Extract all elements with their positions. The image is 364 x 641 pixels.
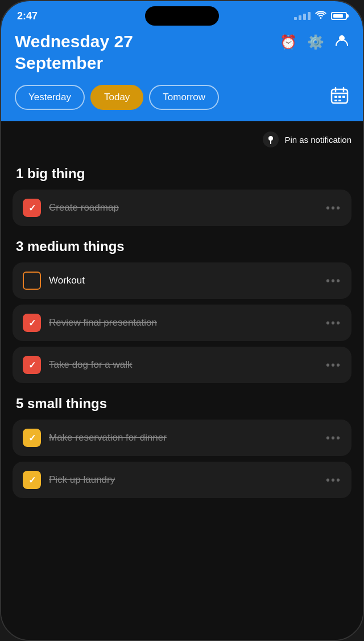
svg-rect-8	[334, 100, 337, 101]
wifi-icon	[315, 11, 326, 21]
checkbox-checked-red[interactable]: ✓	[23, 356, 41, 374]
task-label: Make reservation for dinner	[49, 432, 318, 443]
more-button[interactable]: •••	[326, 359, 341, 372]
more-button[interactable]: •••	[326, 202, 341, 215]
checkbox-checked-yellow[interactable]: ✓	[23, 429, 41, 447]
task-label: Review final presentation	[49, 317, 318, 328]
status-icons	[294, 11, 347, 21]
signal-icon	[294, 12, 311, 20]
status-bar: 2:47	[1, 1, 363, 31]
task-label: Pick up laundry	[49, 474, 318, 486]
svg-rect-6	[338, 96, 341, 98]
checkmark-icon: ✓	[28, 318, 36, 328]
task-label: Create roadmap	[49, 202, 318, 213]
section-header-medium: 3 medium things	[16, 239, 351, 254]
svg-point-10	[268, 136, 273, 141]
section-small: 5 small things ✓ Make reservation for di…	[13, 396, 351, 498]
header-actions: ⏰ ⚙️	[280, 33, 349, 51]
checkbox-unchecked[interactable]	[23, 272, 41, 290]
nav-tabs: Yesterday Today Tomorrow	[15, 85, 219, 110]
task-item[interactable]: ✓ Pick up laundry •••	[13, 462, 351, 498]
checkmark-icon: ✓	[28, 475, 36, 486]
pin-text: Pin as notification	[284, 135, 351, 145]
task-label: Take dog for a walk	[49, 359, 318, 371]
battery-icon	[331, 12, 347, 20]
checkmark-icon: ✓	[28, 203, 36, 213]
task-item[interactable]: ✓ Take dog for a walk •••	[13, 347, 351, 383]
task-label: Workout	[49, 275, 318, 286]
svg-rect-5	[334, 96, 337, 98]
settings-icon[interactable]: ⚙️	[307, 34, 324, 50]
status-time: 2:47	[17, 10, 38, 22]
tab-yesterday[interactable]: Yesterday	[15, 85, 85, 110]
checkmark-icon: ✓	[28, 360, 36, 371]
task-item[interactable]: ✓ Review final presentation •••	[13, 305, 351, 341]
pin-icon	[263, 132, 279, 147]
svg-rect-7	[342, 96, 345, 98]
more-button[interactable]: •••	[326, 474, 341, 487]
checkbox-checked-yellow[interactable]: ✓	[23, 471, 41, 489]
section-big: 1 big thing ✓ Create roadmap •••	[13, 166, 351, 226]
more-button[interactable]: •••	[326, 432, 341, 445]
date-title: Wednesday 27September	[15, 31, 133, 73]
task-item[interactable]: ✓ Make reservation for dinner •••	[13, 420, 351, 456]
tab-tomorrow[interactable]: Tomorrow	[149, 85, 219, 110]
pin-notification[interactable]: Pin as notification	[13, 121, 351, 153]
dynamic-island	[145, 6, 219, 26]
checkmark-icon: ✓	[28, 433, 36, 443]
section-medium: 3 medium things Workout ••• ✓ Review fin…	[13, 239, 351, 383]
phone-shell: 2:47 Wednesday 27September ⏰	[0, 0, 364, 641]
svg-rect-9	[338, 100, 341, 101]
main-content: Pin as notification 1 big thing ✓ Create…	[1, 121, 363, 641]
section-header-small: 5 small things	[16, 396, 351, 412]
section-header-big: 1 big thing	[16, 166, 351, 182]
user-icon[interactable]	[334, 33, 349, 51]
tab-today[interactable]: Today	[90, 85, 143, 110]
calendar-icon[interactable]	[330, 86, 349, 109]
alarm-icon[interactable]: ⏰	[280, 34, 297, 50]
checkbox-checked-red[interactable]: ✓	[23, 199, 41, 217]
header-top: Wednesday 27September ⏰ ⚙️	[15, 31, 349, 73]
header: Wednesday 27September ⏰ ⚙️ Yesterday Tod…	[1, 31, 363, 121]
checkbox-checked-red[interactable]: ✓	[23, 314, 41, 332]
more-button[interactable]: •••	[326, 274, 341, 287]
task-item[interactable]: ✓ Create roadmap •••	[13, 190, 351, 226]
more-button[interactable]: •••	[326, 317, 341, 330]
nav-tabs-row: Yesterday Today Tomorrow	[15, 85, 349, 110]
task-item[interactable]: Workout •••	[13, 262, 351, 299]
